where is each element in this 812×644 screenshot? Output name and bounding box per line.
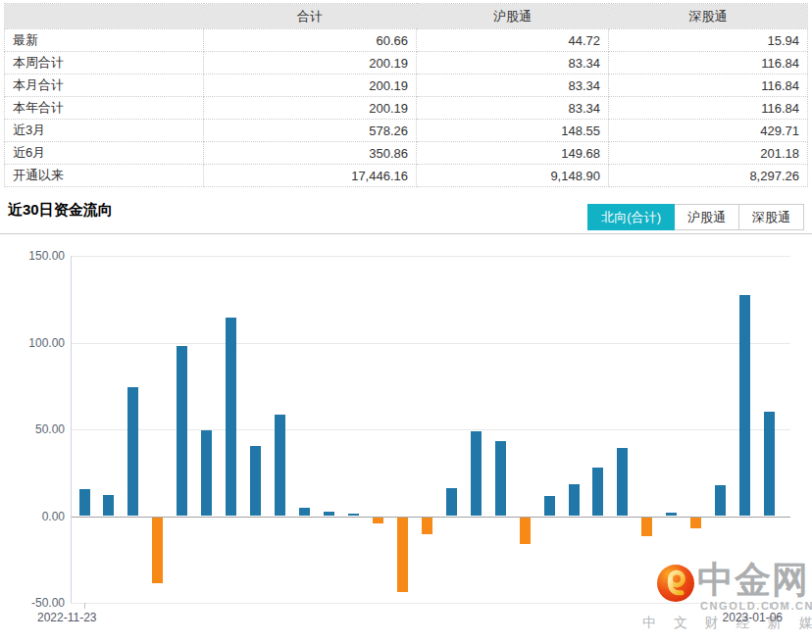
value-cell: 116.84 (609, 97, 808, 120)
inflow-bar[interactable] (739, 295, 750, 517)
outflow-bar[interactable] (397, 518, 408, 593)
table-row: 开通以来17,446.169,148.908,297.26 (5, 165, 808, 187)
value-cell: 200.19 (204, 52, 417, 74)
inflow-bar[interactable] (544, 496, 555, 516)
inflow-bar[interactable] (666, 513, 677, 517)
value-cell: 44.72 (417, 29, 609, 52)
row-label: 开通以来 (5, 165, 204, 187)
table-row: 最新60.6644.7215.94 (5, 29, 808, 52)
y-axis-line (71, 256, 72, 603)
inflow-bar[interactable] (226, 318, 236, 516)
value-cell: 148.55 (417, 120, 609, 142)
row-label: 近3月 (5, 120, 204, 142)
y-axis-tick-label: 50.00 (0, 422, 65, 436)
value-cell: 15.94 (609, 29, 808, 52)
value-cell: 201.18 (609, 142, 808, 165)
inflow-bar[interactable] (250, 446, 261, 516)
inflow-bar[interactable] (446, 488, 457, 517)
table-header-row: 合计沪股通深股通 (5, 4, 808, 29)
column-header: 沪股通 (417, 4, 609, 29)
table-row: 本周合计200.1983.34116.84 (5, 52, 808, 74)
inflow-bar[interactable] (275, 415, 285, 517)
value-cell: 17,446.16 (204, 165, 417, 187)
value-cell: 83.34 (417, 74, 609, 97)
value-cell: 429.71 (609, 120, 808, 142)
gridline (71, 343, 790, 344)
outflow-bar[interactable] (373, 518, 383, 523)
column-header (5, 4, 204, 29)
page-title: 近30日资金流向 (8, 201, 113, 220)
outflow-bar[interactable] (422, 518, 432, 534)
row-label: 最新 (5, 29, 204, 52)
cngold-logo-icon (656, 564, 695, 603)
value-cell: 200.19 (204, 74, 417, 97)
inflow-bar[interactable] (103, 495, 114, 517)
inflow-bar[interactable] (79, 489, 90, 516)
tab-shenzhen-connect[interactable]: 深股通 (739, 204, 804, 230)
value-cell: 350.86 (204, 142, 417, 165)
tab-shanghai-connect[interactable]: 沪股通 (675, 204, 739, 230)
x-axis-tick (84, 603, 85, 609)
summary-table: 合计沪股通深股通 最新60.6644.7215.94本周合计200.1983.3… (4, 3, 808, 187)
row-label: 近6月 (5, 142, 204, 165)
y-axis-tick-label: 0.00 (0, 510, 65, 523)
value-cell: 116.84 (609, 52, 808, 74)
outflow-bar[interactable] (520, 518, 531, 544)
summary-table-wrap: 合计沪股通深股通 最新60.6644.7215.94本周合计200.1983.3… (4, 3, 807, 187)
inflow-bar[interactable] (495, 441, 506, 517)
table-row: 本年合计200.1983.34116.84 (5, 97, 808, 120)
table-row: 近6月350.86149.68201.18 (5, 142, 808, 165)
flow-type-switcher: 北向(合计)沪股通深股通 (587, 204, 804, 230)
row-label: 本年合计 (5, 97, 204, 120)
column-header: 深股通 (609, 4, 808, 29)
row-label: 本月合计 (5, 74, 204, 97)
gridline (71, 603, 790, 604)
inflow-bar[interactable] (299, 508, 310, 516)
x-axis-tick-label: 2023-01-06 (723, 611, 783, 624)
inflow-bar[interactable] (764, 412, 775, 517)
inflow-bar[interactable] (592, 468, 603, 517)
table-body: 最新60.6644.7215.94本周合计200.1983.34116.84本月… (5, 29, 808, 187)
x-axis-tick-label: 2022-11-23 (37, 611, 97, 624)
table-row: 近3月578.26148.55429.71 (5, 120, 808, 142)
x-axis-tick (770, 603, 771, 609)
inflow-bar[interactable] (348, 514, 359, 517)
section-bar: 近30日资金流向 北向(合计)沪股通深股通 (0, 187, 812, 234)
column-header: 合计 (204, 4, 417, 29)
inflow-bar[interactable] (201, 430, 212, 516)
value-cell: 9,148.90 (417, 165, 609, 187)
inflow-bar[interactable] (617, 448, 628, 516)
y-axis-tick-label: 100.00 (0, 336, 65, 350)
value-cell: 200.19 (204, 97, 417, 120)
outflow-bar[interactable] (152, 518, 163, 584)
inflow-bar[interactable] (715, 485, 726, 517)
value-cell: 83.34 (417, 52, 609, 74)
tab-north-total[interactable]: 北向(合计) (587, 204, 675, 230)
outflow-bar[interactable] (641, 518, 652, 536)
row-label: 本周合计 (5, 52, 204, 74)
value-cell: 116.84 (609, 74, 808, 97)
value-cell: 149.68 (417, 142, 609, 165)
gridline (71, 256, 790, 257)
value-cell: 8,297.26 (609, 165, 808, 187)
inflow-bar[interactable] (127, 387, 138, 517)
inflow-bar[interactable] (177, 346, 187, 516)
y-axis-tick-label: -50.00 (0, 596, 65, 610)
outflow-bar[interactable] (690, 518, 701, 528)
value-cell: 60.66 (204, 29, 417, 52)
flow-bar-chart: 中金网 CNGOLD.COM.CN 中 文 财 经 新 媒 体 150.0010… (0, 234, 812, 635)
value-cell: 83.34 (417, 97, 609, 120)
table-row: 本月合计200.1983.34116.84 (5, 74, 808, 97)
watermark-brand: 中金网 (697, 562, 809, 599)
value-cell: 578.26 (204, 120, 417, 142)
y-axis-tick-label: 150.00 (0, 249, 65, 263)
inflow-bar[interactable] (569, 484, 580, 517)
inflow-bar[interactable] (324, 512, 334, 516)
inflow-bar[interactable] (471, 431, 482, 517)
